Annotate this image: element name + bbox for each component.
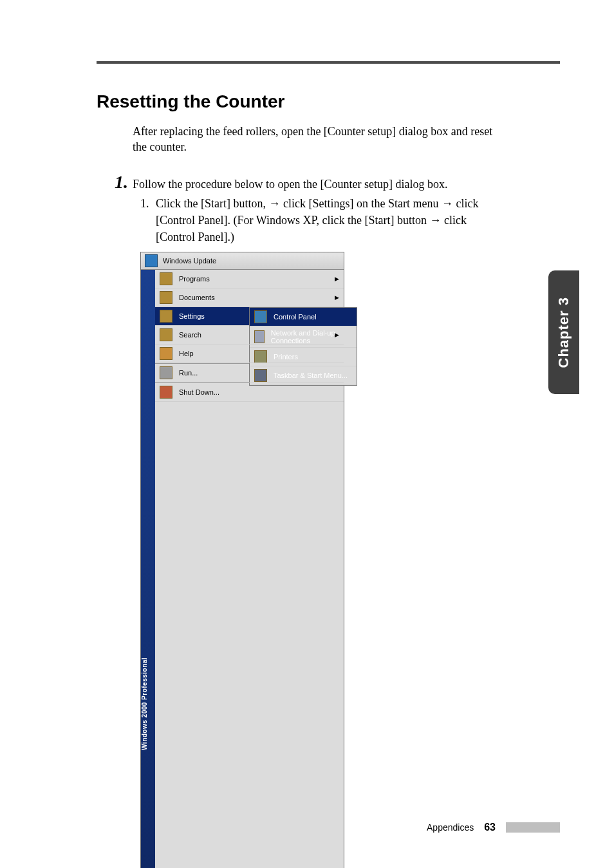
windows-update-icon	[145, 254, 158, 267]
settings-icon	[160, 310, 172, 323]
start-item-search: Search▶	[155, 326, 344, 344]
substep-1-frag1: Click the [Start] button,	[156, 197, 268, 210]
page-footer: Appendices 63	[97, 822, 560, 833]
arrow-icon: →	[442, 197, 453, 210]
substep-1-text: Click the [Start] button, → click [Setti…	[156, 195, 505, 245]
windows-update-row: Windows Update	[141, 252, 344, 270]
label: Settings	[179, 312, 205, 320]
run-icon	[160, 366, 172, 379]
footer-page-number: 63	[484, 822, 496, 833]
start-item-help: Help	[155, 344, 344, 363]
figure-start-menu: Windows Update Windows 2000 Professional…	[140, 252, 505, 868]
start-item-documents: Documents▶	[155, 288, 344, 307]
arrow-icon: →	[268, 197, 280, 210]
substep-1: 1. Click the [Start] button, → click [Se…	[140, 195, 505, 245]
label: Shut Down...	[179, 388, 219, 396]
documents-icon	[160, 291, 172, 304]
submenu-arrow-icon: ▶	[335, 276, 339, 282]
label: Search	[179, 331, 201, 339]
programs-icon	[160, 272, 172, 285]
search-icon	[160, 328, 172, 341]
submenu-arrow-icon: ▶	[335, 332, 339, 338]
submenu-arrow-icon: ▶	[335, 294, 339, 301]
start-item-settings: Settings▶ Control Panel Network and Dial…	[155, 307, 344, 326]
chapter-tab-label: Chapter 3	[555, 297, 572, 368]
step-1-number: 1.	[115, 173, 133, 191]
substep-1-frag2: click [Settings] on the Start menu	[280, 197, 441, 210]
start-item-run: Run...	[155, 364, 344, 382]
flyout-control-panel: Control Panel	[250, 308, 357, 326]
top-rule	[97, 61, 560, 64]
help-icon	[160, 347, 172, 360]
page-content: Resetting the Counter After replacing th…	[97, 91, 505, 868]
label: Run...	[179, 369, 198, 377]
chapter-tab: Chapter 3	[548, 270, 579, 394]
footer-section: Appendices	[427, 822, 474, 833]
section-heading: Resetting the Counter	[97, 91, 505, 112]
windows-update-label: Windows Update	[163, 257, 216, 265]
step-1: 1. Follow the procedure below to open th…	[115, 173, 505, 191]
substep-1-num: 1.	[140, 195, 156, 245]
start-menu-brand-strip: Windows 2000 Professional	[141, 270, 155, 868]
start-item-programs: Programs▶	[155, 270, 344, 288]
step-1-text: Follow the procedure below to open the […	[133, 178, 447, 191]
start-menu-brand-text: Windows 2000 Professional	[141, 270, 148, 868]
shutdown-icon	[160, 386, 172, 399]
start-item-shutdown: Shut Down...	[155, 383, 344, 402]
substeps: 1. Click the [Start] button, → click [Se…	[140, 195, 505, 245]
intro-paragraph: After replacing the feed rollers, open t…	[133, 124, 505, 155]
label: Programs	[179, 275, 210, 283]
arrow-icon: →	[429, 214, 441, 227]
label: Documents	[179, 294, 215, 301]
footer-bar	[506, 822, 560, 833]
start-menu-screenshot: Windows Update Windows 2000 Professional…	[140, 252, 344, 868]
label: Control Panel	[274, 313, 317, 321]
label: Help	[179, 350, 194, 357]
control-panel-icon	[254, 310, 267, 323]
